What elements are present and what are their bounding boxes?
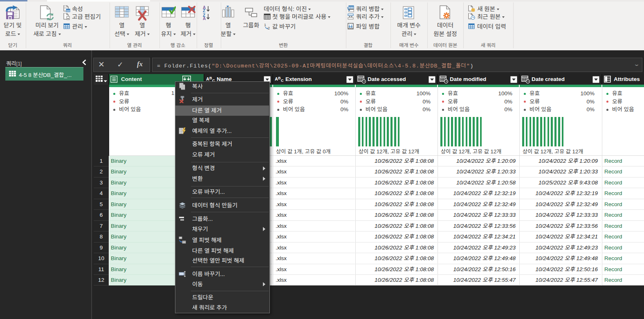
svg-text:B: B <box>209 76 212 80</box>
svg-text:2: 2 <box>268 26 270 30</box>
svg-text:B: B <box>278 76 281 80</box>
svg-text:A: A <box>275 76 278 81</box>
svg-text:A: A <box>206 76 209 81</box>
svg-text:A: A <box>203 16 206 20</box>
svg-text:1: 1 <box>264 23 266 27</box>
svg-text:C: C <box>281 79 284 83</box>
svg-text:Z: Z <box>203 9 205 12</box>
